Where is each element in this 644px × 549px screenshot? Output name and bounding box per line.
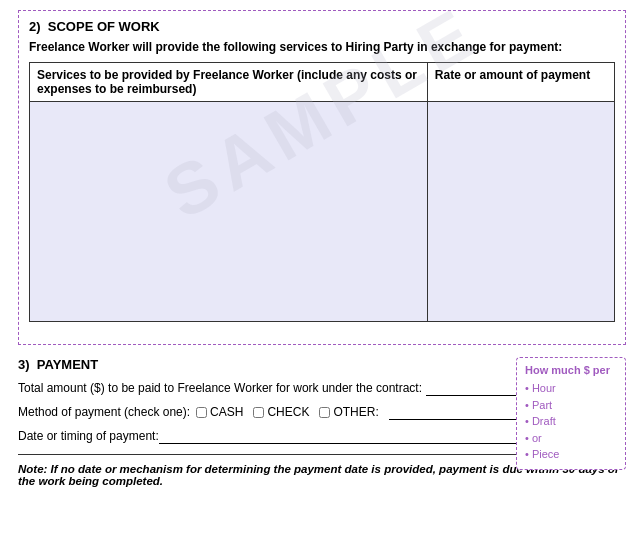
annotation-item-piece: Piece: [525, 446, 617, 463]
cash-checkbox[interactable]: [196, 407, 207, 418]
section3-number: 3): [18, 357, 30, 372]
other-checkbox[interactable]: [319, 407, 330, 418]
scope-table: Services to be provided by Freelance Wor…: [29, 62, 615, 322]
section2-number: 2): [29, 19, 41, 34]
annotation-item-hour: Hour: [525, 380, 617, 397]
method-label: Method of payment (check one):: [18, 405, 190, 419]
col-rate-header: Rate or amount of payment: [427, 63, 614, 102]
annotation-box: How much $ per Hour Part Draft or Piece: [516, 357, 626, 470]
section3-payment: 3) PAYMENT Total amount ($) to be paid t…: [18, 357, 626, 487]
date-label: Date or timing of payment:: [18, 429, 159, 443]
cash-option[interactable]: CASH: [196, 405, 243, 419]
annotation-item-part: Part: [525, 397, 617, 414]
hiring-party-label: Hiring Party: [346, 40, 414, 54]
section2-wrapper: 2) SCOPE OF WORK Freelance Worker will p…: [18, 10, 626, 345]
other-option[interactable]: OTHER:: [319, 405, 378, 419]
annotation-list: Hour Part Draft or Piece: [525, 380, 617, 463]
section3-title: PAYMENT: [37, 357, 98, 372]
note-label: Note:: [18, 463, 47, 475]
section2-intro: Freelance Worker will provide the follow…: [29, 40, 615, 54]
intro-middle: will provide the following services to: [133, 40, 346, 54]
services-cell[interactable]: [30, 102, 428, 322]
col-services-header: Services to be provided by Freelance Wor…: [30, 63, 428, 102]
check-option[interactable]: CHECK: [253, 405, 309, 419]
intro-end: in exchange for payment:: [417, 40, 562, 54]
annotation-title: How much $ per: [525, 364, 617, 376]
check-label: CHECK: [267, 405, 309, 419]
annotation-item-draft: Draft: [525, 413, 617, 430]
check-checkbox[interactable]: [253, 407, 264, 418]
section2-title: SCOPE OF WORK: [48, 19, 160, 34]
rate-cell[interactable]: [427, 102, 614, 322]
freelance-worker-label: Freelance Worker: [29, 40, 130, 54]
total-amount-label: Total amount ($) to be paid to Freelance…: [18, 381, 422, 395]
cash-label: CASH: [210, 405, 243, 419]
annotation-item-or: or: [525, 430, 617, 447]
section2-header: 2) SCOPE OF WORK: [29, 19, 615, 34]
other-label: OTHER:: [333, 405, 378, 419]
